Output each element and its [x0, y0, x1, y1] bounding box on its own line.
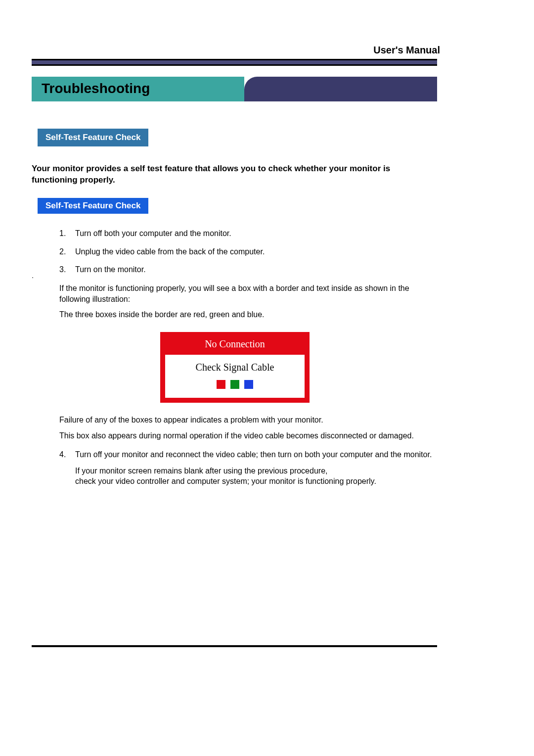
- square-green-icon: [230, 380, 239, 389]
- para-after-step3-a: If the monitor is functioning properly, …: [32, 283, 417, 304]
- illustration-inner-box: Check Signal Cable: [165, 355, 305, 398]
- section-title-bg-right: [244, 77, 437, 101]
- step-4: Turn off your monitor and reconnect the …: [59, 450, 499, 486]
- square-red-icon: [217, 380, 225, 389]
- step-4-sub-b: check your video controller and computer…: [75, 476, 499, 487]
- para-after-illustration-b: This box also appears during normal oper…: [32, 430, 417, 441]
- illustration-title: No Connection: [165, 337, 305, 355]
- step-4-text: Turn off your monitor and reconnect the …: [75, 450, 432, 459]
- step-1: Turn off both your computer and the moni…: [59, 229, 499, 239]
- step-3-text: Turn on the monitor.: [75, 265, 146, 274]
- header-label: User's Manual: [35, 45, 499, 59]
- step-2: Unplug the video cable from the back of …: [59, 247, 499, 257]
- stray-period: .: [32, 271, 34, 280]
- square-blue-icon: [244, 380, 253, 389]
- no-connection-illustration: No Connection Check Signal Cable: [160, 332, 310, 403]
- subsection-badge-secondary: Self-Test Feature Check: [38, 198, 148, 214]
- para-after-illustration-a: Failure of any of the boxes to appear in…: [32, 415, 417, 425]
- section-title-banner: Troubleshooting: [32, 77, 499, 101]
- steps-list-continued: Turn off your monitor and reconnect the …: [32, 450, 499, 486]
- illustration-text: Check Signal Cable: [170, 362, 300, 373]
- step-4-sub-a: If your monitor screen remains blank aft…: [75, 466, 499, 476]
- intro-paragraph: Your monitor provides a self test featur…: [32, 163, 437, 186]
- subsection-badge-primary: Self-Test Feature Check: [38, 129, 148, 146]
- header-divider-bar: [32, 59, 437, 66]
- para-after-step3-b: The three boxes inside the border are re…: [32, 309, 417, 320]
- step-2-text: Unplug the video cable from the back of …: [75, 247, 265, 256]
- step-3: Turn on the monitor.: [59, 265, 499, 275]
- section-title: Troubleshooting: [42, 81, 150, 96]
- content-body: . Turn off both your computer and the mo…: [32, 229, 499, 487]
- rgb-squares: [170, 380, 300, 389]
- footer-divider: [32, 645, 437, 647]
- step-1-text: Turn off both your computer and the moni…: [75, 229, 231, 237]
- steps-list: Turn off both your computer and the moni…: [32, 229, 499, 275]
